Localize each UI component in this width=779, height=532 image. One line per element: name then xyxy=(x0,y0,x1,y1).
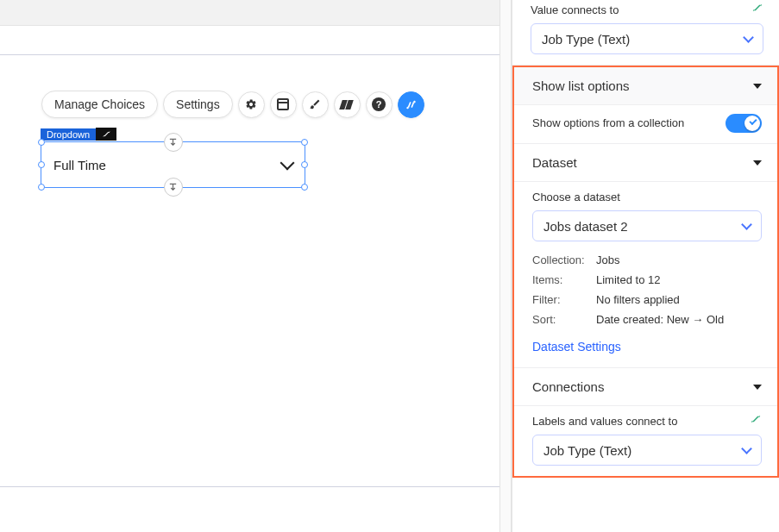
dataset-meta: Collection: Jobs Items: Limited to 12 Fi… xyxy=(532,253,762,326)
resize-handle[interactable] xyxy=(38,139,45,146)
chevron-down-icon xyxy=(743,32,754,43)
filter-key: Filter: xyxy=(532,293,596,306)
connections-header[interactable]: Connections xyxy=(514,368,777,406)
show-from-collection-row: Show options from a collection xyxy=(514,105,777,144)
dataset-settings-link[interactable]: Dataset Settings xyxy=(532,340,621,354)
value-connects-select[interactable]: Job Type (Text) xyxy=(531,23,763,54)
collapse-triangle-icon xyxy=(753,84,762,89)
dropdown-element[interactable]: Full Time xyxy=(41,141,305,188)
choose-dataset-label: Choose a dataset xyxy=(532,191,762,203)
resize-handle[interactable] xyxy=(301,184,308,191)
resize-handle[interactable] xyxy=(301,161,308,168)
select-value: Job Type (Text) xyxy=(543,443,631,458)
value-connects-label: Value connects to xyxy=(531,3,763,16)
sort-value: Date created: New → Old xyxy=(596,313,762,326)
spacing-indicator-top[interactable] xyxy=(164,133,183,152)
dropdown-value: Full Time xyxy=(53,158,106,172)
design-icon[interactable] xyxy=(302,91,329,118)
gear-icon[interactable] xyxy=(238,91,265,118)
sort-key: Sort: xyxy=(532,313,596,326)
stage-border-bottom xyxy=(0,486,499,497)
collection-key: Collection: xyxy=(532,253,596,266)
items-value: Limited to 12 xyxy=(596,273,762,286)
settings-button[interactable]: Settings xyxy=(163,91,233,118)
properties-panel: Value connects to Job Type (Text) Show l… xyxy=(512,0,779,532)
element-type-label: Dropdown xyxy=(41,128,96,141)
collapse-triangle-icon xyxy=(753,385,762,390)
dataset-header[interactable]: Dataset xyxy=(514,144,777,182)
spacing-indicator-bottom[interactable] xyxy=(164,178,183,197)
layout-icon[interactable] xyxy=(270,91,297,118)
manage-choices-button[interactable]: Manage Choices xyxy=(41,91,158,118)
toggle-label: Show options from a collection xyxy=(532,116,684,131)
resize-handle[interactable] xyxy=(38,161,45,168)
connected-indicator-icon xyxy=(750,413,762,425)
highlighted-region: Show list options Show options from a co… xyxy=(512,66,779,478)
top-bar xyxy=(0,0,499,26)
chevron-down-icon xyxy=(280,156,295,171)
chevron-down-icon xyxy=(741,443,752,454)
show-from-collection-toggle[interactable] xyxy=(726,114,762,133)
select-value: Jobs dataset 2 xyxy=(543,219,628,234)
canvas-scrollbar[interactable] xyxy=(499,0,512,532)
section-title: Show list options xyxy=(532,78,630,93)
value-connects-section: Value connects to Job Type (Text) xyxy=(512,0,779,66)
filter-value: No filters applied xyxy=(596,293,762,306)
element-toolbar: Manage Choices Settings ? xyxy=(41,91,424,118)
collapse-triangle-icon xyxy=(753,160,762,166)
section-title: Connections xyxy=(532,379,604,394)
labels-values-label: Labels and values connect to xyxy=(532,415,762,428)
select-value: Job Type (Text) xyxy=(542,32,630,47)
connections-body: Labels and values connect to Job Type (T… xyxy=(514,406,777,476)
labels-values-select[interactable]: Job Type (Text) xyxy=(532,435,762,466)
help-icon[interactable]: ? xyxy=(366,91,393,118)
section-title: Dataset xyxy=(532,155,577,170)
collection-value: Jobs xyxy=(596,253,762,266)
dataset-select[interactable]: Jobs dataset 2 xyxy=(532,210,762,241)
element-tag: Dropdown xyxy=(41,128,116,141)
chevron-down-icon xyxy=(741,219,752,230)
connected-indicator-icon xyxy=(751,2,763,14)
show-list-options-header[interactable]: Show list options xyxy=(514,67,777,105)
connect-data-icon[interactable] xyxy=(398,91,424,118)
items-key: Items: xyxy=(532,273,596,286)
resize-handle[interactable] xyxy=(38,184,45,191)
stage-border-top xyxy=(0,54,499,65)
resize-handle[interactable] xyxy=(301,139,308,146)
dataset-body: Choose a dataset Jobs dataset 2 Collecti… xyxy=(514,182,777,368)
canvas: Manage Choices Settings ? Dropdown xyxy=(0,0,499,532)
element-connected-icon[interactable] xyxy=(96,128,116,141)
animation-icon[interactable] xyxy=(334,91,361,118)
